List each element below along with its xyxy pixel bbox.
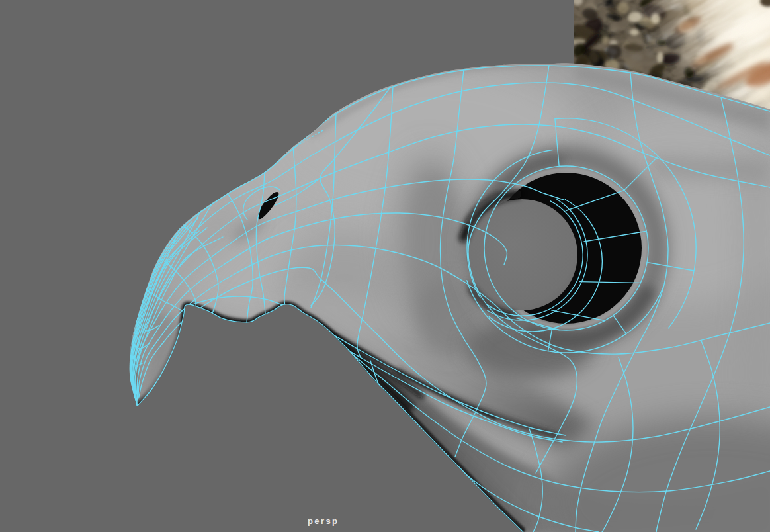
svg-text:persp: persp xyxy=(308,516,339,526)
